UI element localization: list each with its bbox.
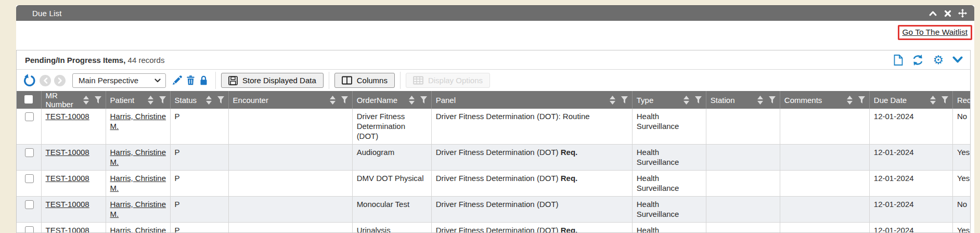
refresh-icon[interactable]	[912, 55, 924, 66]
panel-header-icons: ⚙	[894, 55, 963, 66]
cell-patient: Harris, Christine M.	[106, 145, 170, 171]
cell-mr: TEST-10008	[41, 145, 106, 171]
sort-icon[interactable]	[409, 96, 415, 105]
store-displayed-data-button[interactable]: Store Displayed Data	[221, 73, 324, 88]
cell-due: 12-01-2024	[869, 197, 952, 223]
filter-icon[interactable]	[341, 96, 348, 103]
panel-required-flag: Req.	[559, 148, 578, 157]
cell-mr: TEST-10008	[41, 197, 106, 223]
move-icon[interactable]	[958, 9, 967, 18]
table-row: TEST-10008Harris, Christine M.PDMV DOT P…	[17, 171, 971, 197]
column-header-order[interactable]: OrderName	[352, 91, 431, 109]
sort-icon[interactable]	[930, 96, 936, 105]
trash-icon[interactable]	[186, 75, 195, 85]
mr-number-link[interactable]: TEST-10008	[46, 148, 89, 157]
sort-icon[interactable]	[757, 96, 763, 105]
patient-link[interactable]: Harris, Christine M.	[110, 226, 166, 233]
mr-number-link[interactable]: TEST-10008	[46, 226, 89, 233]
cell-status: P	[170, 171, 228, 197]
next-perspective-button[interactable]	[54, 75, 66, 86]
cell-station	[706, 171, 780, 197]
display-options-button[interactable]: Display Options	[406, 73, 490, 88]
column-header-status[interactable]: Status	[170, 91, 228, 109]
cell-comments	[780, 197, 869, 223]
due-list-table: MR NumberPatientStatusEncounterOrderName…	[17, 91, 971, 233]
row-checkbox[interactable]	[25, 148, 34, 157]
row-checkbox[interactable]	[25, 200, 34, 209]
undo-icon[interactable]	[23, 74, 36, 87]
sort-icon[interactable]	[206, 96, 212, 105]
close-icon[interactable]	[944, 10, 951, 17]
patient-link[interactable]: Harris, Christine M.	[110, 200, 166, 218]
filter-icon[interactable]	[95, 96, 101, 103]
perspective-toolbar: Main Perspective Store Displayed Data Co…	[17, 69, 970, 91]
filter-icon[interactable]	[858, 96, 865, 103]
filter-icon[interactable]	[621, 96, 628, 103]
sort-icon[interactable]	[847, 96, 853, 105]
row-checkbox[interactable]	[25, 112, 34, 121]
row-checkbox[interactable]	[25, 174, 34, 183]
filter-icon[interactable]	[769, 96, 776, 103]
select-all-header[interactable]	[17, 91, 41, 109]
column-header-comments[interactable]: Comments	[780, 91, 869, 109]
column-label: Patient	[110, 96, 135, 105]
cell-station	[706, 145, 780, 171]
column-header-due[interactable]: Due Date	[869, 91, 952, 109]
mr-number-link[interactable]: TEST-10008	[46, 200, 89, 209]
patient-link[interactable]: Harris, Christine M.	[110, 148, 166, 166]
column-header-required[interactable]: Required	[952, 91, 971, 109]
sort-icon[interactable]	[148, 96, 153, 105]
sort-icon[interactable]	[610, 96, 615, 105]
sort-icon[interactable]	[330, 96, 336, 105]
patient-link[interactable]: Harris, Christine M.	[110, 112, 166, 131]
go-to-waitlist-link[interactable]: Go To The Waitlist	[902, 28, 968, 36]
filter-icon[interactable]	[217, 96, 224, 103]
toolbar-separator	[329, 72, 329, 89]
cell-panel: Driver Fitness Determination (DOT)	[431, 197, 632, 223]
select-chevron-icon	[154, 79, 161, 83]
column-header-station[interactable]: Station	[706, 91, 780, 109]
column-header-mr[interactable]: MR Number	[41, 91, 106, 109]
column-header-encounter[interactable]: Encounter	[228, 91, 352, 109]
filter-icon[interactable]	[695, 96, 702, 103]
chevron-down-icon[interactable]	[952, 56, 963, 63]
cell-comments	[780, 171, 869, 197]
filter-icon[interactable]	[942, 96, 948, 103]
sort-icon[interactable]	[684, 96, 689, 105]
filter-icon[interactable]	[420, 96, 427, 103]
columns-button[interactable]: Columns	[334, 73, 395, 88]
column-header-type[interactable]: Type	[632, 91, 706, 109]
column-header-patient[interactable]: Patient	[106, 91, 170, 109]
table-header-row: MR NumberPatientStatusEncounterOrderName…	[17, 91, 971, 109]
table-row: TEST-10008Harris, Christine M.PUrinalysi…	[17, 223, 971, 233]
due-list-window: Due List Go To The Waitlist Pending/In P…	[16, 5, 974, 233]
cell-select	[17, 223, 41, 233]
cell-status: P	[170, 109, 228, 145]
column-label: MR Number	[46, 91, 80, 109]
previous-perspective-button[interactable]	[40, 75, 51, 86]
display-options-grid-icon	[413, 76, 423, 85]
cell-required: Yes	[952, 223, 971, 233]
pencil-icon[interactable]	[172, 75, 182, 85]
cell-panel: Driver Fitness Determination (DOT) Req.	[431, 145, 632, 171]
collapse-icon[interactable]	[929, 10, 937, 17]
window-titlebar[interactable]: Due List	[16, 5, 974, 21]
cell-due: 12-01-2024	[869, 223, 952, 233]
display-options-label: Display Options	[428, 76, 483, 85]
filter-icon[interactable]	[159, 96, 166, 103]
mr-number-link[interactable]: TEST-10008	[46, 112, 89, 121]
select-all-checkbox[interactable]	[24, 95, 33, 103]
cell-type: Health Surveillance	[632, 145, 706, 171]
lock-icon[interactable]	[199, 75, 208, 85]
column-header-panel[interactable]: Panel	[431, 91, 632, 109]
patient-link[interactable]: Harris, Christine M.	[110, 174, 166, 192]
mr-number-link[interactable]: TEST-10008	[46, 174, 89, 183]
row-checkbox[interactable]	[25, 226, 34, 233]
cell-status: P	[170, 223, 228, 233]
new-document-icon[interactable]	[894, 55, 903, 66]
perspective-select[interactable]: Main Perspective	[72, 73, 166, 88]
gear-icon[interactable]: ⚙	[933, 55, 944, 65]
column-label: Comments	[784, 96, 822, 105]
sort-icon[interactable]	[83, 96, 89, 105]
cell-select	[17, 197, 41, 223]
